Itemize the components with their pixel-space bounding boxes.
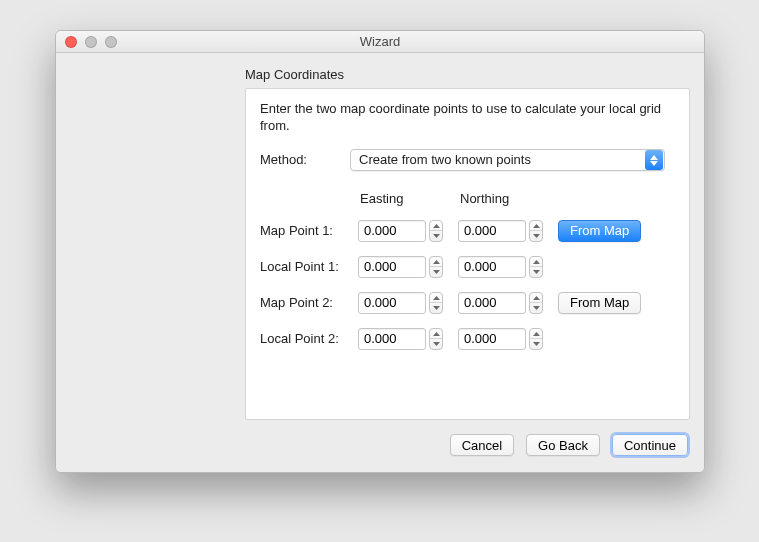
stepper[interactable] [429, 256, 443, 278]
local-point-2-label: Local Point 2: [260, 331, 350, 346]
column-easting: Easting [358, 191, 450, 206]
chevron-down-icon[interactable] [530, 266, 542, 277]
map-point-2-northing [458, 292, 550, 314]
close-icon[interactable] [65, 36, 77, 48]
titlebar: Wizard [56, 31, 704, 53]
from-map-1-button[interactable]: From Map [558, 220, 641, 242]
chevron-down-icon[interactable] [430, 338, 442, 349]
continue-button[interactable]: Continue [612, 434, 688, 456]
stepper[interactable] [529, 256, 543, 278]
from-map-2-button[interactable]: From Map [558, 292, 641, 314]
svg-marker-13 [533, 306, 540, 310]
local-point-2-northing-input[interactable] [458, 328, 526, 350]
chevron-down-icon[interactable] [530, 230, 542, 241]
svg-marker-7 [433, 270, 440, 274]
content: Map Coordinates Enter the two map coordi… [56, 53, 704, 472]
panel: Enter the two map coordinate points to u… [245, 88, 690, 420]
chevron-up-icon[interactable] [530, 293, 542, 303]
minimize-icon [85, 36, 97, 48]
map-point-2-label: Map Point 2: [260, 295, 350, 310]
method-row: Method: Create from two known points [260, 149, 675, 171]
stepper[interactable] [529, 292, 543, 314]
svg-marker-15 [433, 342, 440, 346]
local-point-2-easting-input[interactable] [358, 328, 426, 350]
wizard-window: Wizard Map Coordinates Enter the two map… [55, 30, 705, 473]
map-point-2-northing-input[interactable] [458, 292, 526, 314]
go-back-button[interactable]: Go Back [526, 434, 600, 456]
local-point-2-easting [358, 328, 450, 350]
map-point-2-easting [358, 292, 450, 314]
local-point-1-northing-input[interactable] [458, 256, 526, 278]
svg-marker-17 [533, 342, 540, 346]
svg-marker-3 [433, 234, 440, 238]
chevron-up-icon[interactable] [530, 329, 542, 339]
column-northing: Northing [458, 191, 550, 206]
chevron-up-icon[interactable] [430, 221, 442, 231]
map-point-2-easting-input[interactable] [358, 292, 426, 314]
chevron-down-icon[interactable] [530, 338, 542, 349]
chevron-down-icon[interactable] [530, 302, 542, 313]
chevron-up-icon[interactable] [430, 257, 442, 267]
chevron-down-icon[interactable] [430, 302, 442, 313]
chevron-up-down-icon [645, 150, 663, 170]
stepper[interactable] [429, 328, 443, 350]
stepper[interactable] [429, 292, 443, 314]
svg-marker-16 [533, 332, 540, 336]
section-title: Map Coordinates [245, 67, 690, 82]
stepper[interactable] [529, 328, 543, 350]
chevron-up-icon[interactable] [530, 257, 542, 267]
svg-marker-12 [533, 296, 540, 300]
svg-marker-0 [650, 155, 658, 160]
stepper[interactable] [429, 220, 443, 242]
map-point-1-easting-input[interactable] [358, 220, 426, 242]
svg-marker-14 [433, 332, 440, 336]
coordinates-grid: Easting Northing Map Point 1: [260, 191, 675, 350]
svg-marker-1 [650, 161, 658, 166]
local-point-1-label: Local Point 1: [260, 259, 350, 274]
cancel-button[interactable]: Cancel [450, 434, 514, 456]
map-point-1-easting [358, 220, 450, 242]
traffic-lights [56, 36, 117, 48]
svg-marker-10 [433, 296, 440, 300]
window-title: Wizard [56, 34, 704, 49]
svg-marker-9 [533, 270, 540, 274]
svg-marker-4 [533, 224, 540, 228]
chevron-up-icon[interactable] [430, 329, 442, 339]
local-point-1-easting-input[interactable] [358, 256, 426, 278]
map-point-1-label: Map Point 1: [260, 223, 350, 238]
svg-marker-8 [533, 260, 540, 264]
local-point-2-northing [458, 328, 550, 350]
svg-marker-6 [433, 260, 440, 264]
map-point-1-northing-input[interactable] [458, 220, 526, 242]
instructions: Enter the two map coordinate points to u… [260, 101, 675, 135]
stepper[interactable] [529, 220, 543, 242]
chevron-down-icon[interactable] [430, 266, 442, 277]
chevron-down-icon[interactable] [430, 230, 442, 241]
method-label: Method: [260, 152, 320, 167]
svg-marker-5 [533, 234, 540, 238]
svg-marker-11 [433, 306, 440, 310]
zoom-icon [105, 36, 117, 48]
method-selected-value: Create from two known points [359, 152, 531, 167]
method-select[interactable]: Create from two known points [350, 149, 665, 171]
chevron-up-icon[interactable] [530, 221, 542, 231]
map-point-1-northing [458, 220, 550, 242]
local-point-1-northing [458, 256, 550, 278]
chevron-up-icon[interactable] [430, 293, 442, 303]
local-point-1-easting [358, 256, 450, 278]
svg-marker-2 [433, 224, 440, 228]
footer: Cancel Go Back Continue [70, 420, 690, 456]
